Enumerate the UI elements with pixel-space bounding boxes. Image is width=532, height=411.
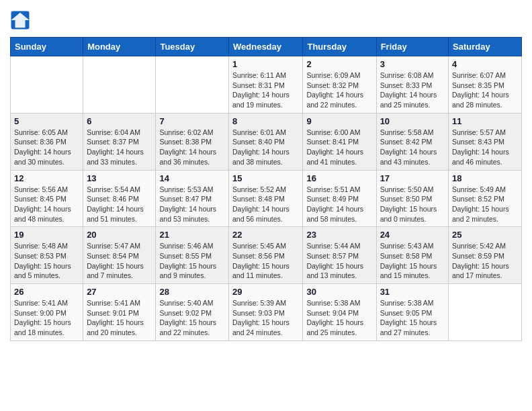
calendar-cell: 23Sunrise: 5:44 AM Sunset: 8:57 PM Dayli… — [303, 227, 376, 284]
day-number: 30 — [306, 287, 372, 297]
day-header-wednesday: Wednesday — [229, 38, 303, 56]
day-info: Sunrise: 6:11 AM Sunset: 8:31 PM Dayligh… — [232, 71, 299, 110]
calendar-table: SundayMondayTuesdayWednesdayThursdayFrid… — [10, 37, 522, 341]
day-number: 23 — [306, 230, 372, 240]
day-info: Sunrise: 5:45 AM Sunset: 8:56 PM Dayligh… — [232, 241, 299, 281]
calendar-cell: 24Sunrise: 5:43 AM Sunset: 8:58 PM Dayli… — [376, 227, 448, 284]
calendar-cell: 30Sunrise: 5:38 AM Sunset: 9:04 PM Dayli… — [303, 284, 376, 341]
day-number: 29 — [232, 287, 299, 297]
day-info: Sunrise: 5:41 AM Sunset: 9:00 PM Dayligh… — [14, 298, 79, 338]
day-number: 25 — [452, 230, 518, 240]
calendar-cell: 4Sunrise: 6:07 AM Sunset: 8:35 PM Daylig… — [449, 56, 522, 113]
calendar-cell — [449, 284, 522, 341]
day-header-saturday: Saturday — [449, 38, 522, 56]
calendar-cell: 18Sunrise: 5:49 AM Sunset: 8:52 PM Dayli… — [449, 170, 522, 227]
day-number: 26 — [14, 287, 79, 297]
day-number: 20 — [87, 230, 152, 240]
calendar-cell: 26Sunrise: 5:41 AM Sunset: 9:00 PM Dayli… — [11, 284, 83, 341]
day-info: Sunrise: 6:01 AM Sunset: 8:40 PM Dayligh… — [232, 128, 299, 167]
day-number: 10 — [380, 116, 445, 126]
calendar-cell: 27Sunrise: 5:41 AM Sunset: 9:01 PM Dayli… — [83, 284, 156, 341]
day-number: 2 — [306, 59, 372, 69]
day-info: Sunrise: 5:38 AM Sunset: 9:05 PM Dayligh… — [380, 298, 445, 338]
day-info: Sunrise: 6:09 AM Sunset: 8:32 PM Dayligh… — [306, 71, 372, 110]
day-number: 4 — [452, 59, 518, 69]
day-header-friday: Friday — [376, 38, 448, 56]
logo — [10, 10, 33, 30]
day-info: Sunrise: 5:43 AM Sunset: 8:58 PM Dayligh… — [380, 241, 445, 281]
day-info: Sunrise: 6:02 AM Sunset: 8:38 PM Dayligh… — [159, 128, 225, 167]
day-number: 5 — [14, 116, 79, 126]
day-number: 11 — [452, 116, 518, 126]
day-info: Sunrise: 6:04 AM Sunset: 8:37 PM Dayligh… — [87, 128, 152, 167]
day-info: Sunrise: 5:48 AM Sunset: 8:53 PM Dayligh… — [14, 241, 79, 281]
day-number: 27 — [87, 287, 152, 297]
day-number: 8 — [232, 116, 299, 126]
day-info: Sunrise: 5:42 AM Sunset: 8:59 PM Dayligh… — [452, 241, 518, 281]
day-info: Sunrise: 5:50 AM Sunset: 8:50 PM Dayligh… — [380, 185, 445, 224]
day-number: 22 — [232, 230, 299, 240]
page-header — [10, 10, 522, 30]
day-number: 3 — [380, 59, 445, 69]
calendar-cell: 11Sunrise: 5:57 AM Sunset: 8:43 PM Dayli… — [449, 113, 522, 170]
day-info: Sunrise: 5:58 AM Sunset: 8:42 PM Dayligh… — [380, 128, 445, 167]
day-number: 9 — [306, 116, 372, 126]
calendar-cell — [83, 56, 156, 113]
day-number: 1 — [232, 59, 299, 69]
calendar-cell: 10Sunrise: 5:58 AM Sunset: 8:42 PM Dayli… — [376, 113, 448, 170]
day-info: Sunrise: 5:40 AM Sunset: 9:02 PM Dayligh… — [159, 298, 225, 338]
calendar-cell: 31Sunrise: 5:38 AM Sunset: 9:05 PM Dayli… — [376, 284, 448, 341]
day-info: Sunrise: 5:44 AM Sunset: 8:57 PM Dayligh… — [306, 241, 372, 281]
day-header-tuesday: Tuesday — [156, 38, 229, 56]
calendar-cell: 9Sunrise: 6:00 AM Sunset: 8:41 PM Daylig… — [303, 113, 376, 170]
calendar-cell: 25Sunrise: 5:42 AM Sunset: 8:59 PM Dayli… — [449, 227, 522, 284]
calendar-cell: 2Sunrise: 6:09 AM Sunset: 8:32 PM Daylig… — [303, 56, 376, 113]
day-info: Sunrise: 5:38 AM Sunset: 9:04 PM Dayligh… — [306, 298, 372, 338]
calendar-cell: 3Sunrise: 6:08 AM Sunset: 8:33 PM Daylig… — [376, 56, 448, 113]
day-info: Sunrise: 5:49 AM Sunset: 8:52 PM Dayligh… — [452, 185, 518, 224]
day-number: 12 — [14, 173, 79, 183]
day-info: Sunrise: 5:39 AM Sunset: 9:03 PM Dayligh… — [232, 298, 299, 338]
day-number: 17 — [380, 173, 445, 183]
day-info: Sunrise: 6:07 AM Sunset: 8:35 PM Dayligh… — [452, 71, 518, 110]
day-number: 21 — [159, 230, 225, 240]
calendar-cell: 22Sunrise: 5:45 AM Sunset: 8:56 PM Dayli… — [229, 227, 303, 284]
calendar-cell: 15Sunrise: 5:52 AM Sunset: 8:48 PM Dayli… — [229, 170, 303, 227]
calendar-cell: 12Sunrise: 5:56 AM Sunset: 8:45 PM Dayli… — [11, 170, 83, 227]
day-number: 14 — [159, 173, 225, 183]
day-info: Sunrise: 5:53 AM Sunset: 8:47 PM Dayligh… — [159, 185, 225, 224]
day-number: 16 — [306, 173, 372, 183]
day-header-sunday: Sunday — [11, 38, 83, 56]
day-info: Sunrise: 5:54 AM Sunset: 8:46 PM Dayligh… — [87, 185, 152, 224]
day-number: 19 — [14, 230, 79, 240]
day-number: 13 — [87, 173, 152, 183]
calendar-cell: 5Sunrise: 6:05 AM Sunset: 8:36 PM Daylig… — [11, 113, 83, 170]
day-header-thursday: Thursday — [303, 38, 376, 56]
day-info: Sunrise: 5:57 AM Sunset: 8:43 PM Dayligh… — [452, 128, 518, 167]
day-number: 24 — [380, 230, 445, 240]
day-info: Sunrise: 5:46 AM Sunset: 8:55 PM Dayligh… — [159, 241, 225, 281]
day-header-monday: Monday — [83, 38, 156, 56]
day-info: Sunrise: 5:41 AM Sunset: 9:01 PM Dayligh… — [87, 298, 152, 338]
calendar-cell: 19Sunrise: 5:48 AM Sunset: 8:53 PM Dayli… — [11, 227, 83, 284]
calendar-cell: 1Sunrise: 6:11 AM Sunset: 8:31 PM Daylig… — [229, 56, 303, 113]
calendar-cell: 8Sunrise: 6:01 AM Sunset: 8:40 PM Daylig… — [229, 113, 303, 170]
day-info: Sunrise: 5:51 AM Sunset: 8:49 PM Dayligh… — [306, 185, 372, 224]
day-number: 31 — [380, 287, 445, 297]
calendar-cell: 7Sunrise: 6:02 AM Sunset: 8:38 PM Daylig… — [156, 113, 229, 170]
calendar-cell: 29Sunrise: 5:39 AM Sunset: 9:03 PM Dayli… — [229, 284, 303, 341]
day-info: Sunrise: 5:56 AM Sunset: 8:45 PM Dayligh… — [14, 185, 79, 224]
day-info: Sunrise: 5:52 AM Sunset: 8:48 PM Dayligh… — [232, 185, 299, 224]
day-number: 18 — [452, 173, 518, 183]
calendar-cell: 13Sunrise: 5:54 AM Sunset: 8:46 PM Dayli… — [83, 170, 156, 227]
calendar-cell: 14Sunrise: 5:53 AM Sunset: 8:47 PM Dayli… — [156, 170, 229, 227]
day-info: Sunrise: 6:05 AM Sunset: 8:36 PM Dayligh… — [14, 128, 79, 167]
day-number: 15 — [232, 173, 299, 183]
calendar-cell: 21Sunrise: 5:46 AM Sunset: 8:55 PM Dayli… — [156, 227, 229, 284]
day-info: Sunrise: 6:00 AM Sunset: 8:41 PM Dayligh… — [306, 128, 372, 167]
calendar-cell — [11, 56, 83, 113]
day-number: 6 — [87, 116, 152, 126]
day-info: Sunrise: 6:08 AM Sunset: 8:33 PM Dayligh… — [380, 71, 445, 110]
calendar-cell: 17Sunrise: 5:50 AM Sunset: 8:50 PM Dayli… — [376, 170, 448, 227]
day-number: 7 — [159, 116, 225, 126]
